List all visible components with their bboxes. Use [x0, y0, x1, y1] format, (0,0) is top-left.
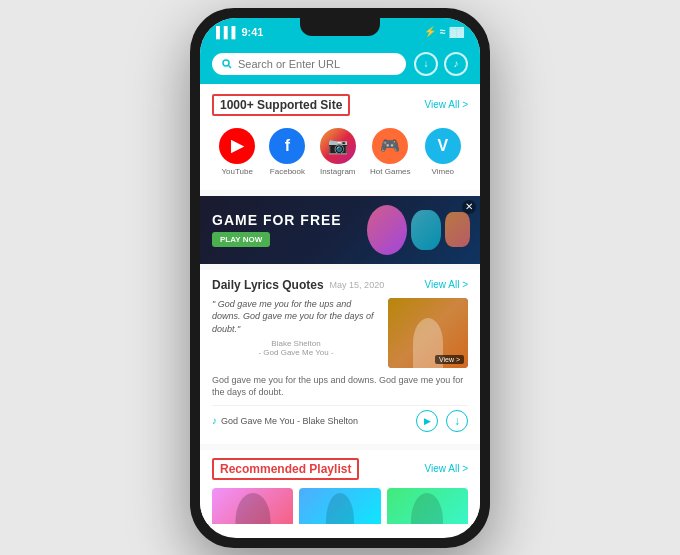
meditation-figure: [235, 493, 270, 524]
lyrics-image: View >: [388, 298, 468, 368]
site-item-vimeo[interactable]: V Vimeo: [425, 128, 461, 176]
lyrics-description: God gave me you for the ups and downs. G…: [212, 374, 468, 399]
youtube-icon: ▶: [219, 128, 255, 164]
supported-view-all[interactable]: View All >: [425, 99, 468, 110]
banner-decoration: [367, 196, 470, 264]
lyrics-view-all[interactable]: View All >: [425, 279, 468, 290]
svg-line-1: [229, 65, 232, 68]
download-icon-btn[interactable]: ↓: [414, 52, 438, 76]
playlist-item-1[interactable]: Classical Meditation: [212, 488, 293, 524]
battery-icon: ▓▓: [449, 26, 464, 37]
bluetooth-icon: ⚡: [424, 26, 436, 37]
time-display: 9:41: [241, 26, 263, 38]
wifi-icon: ≈: [440, 26, 446, 37]
search-input[interactable]: [238, 58, 396, 70]
system-icons: ⚡ ≈ ▓▓: [424, 26, 464, 37]
song-actions: ▶ ↓: [416, 410, 468, 432]
playlist-thumb-1: [212, 488, 293, 524]
search-area: ↓ ♪: [200, 46, 480, 84]
yoga-figure: [326, 493, 354, 524]
instagram-icon: 📷: [320, 128, 356, 164]
music-icon-btn[interactable]: ♪: [444, 52, 468, 76]
supported-header: 1000+ Supported Site View All >: [212, 94, 468, 116]
action-icons: ↓ ♪: [414, 52, 468, 76]
playlist-grid: Classical Meditation Indie Yoga The Happ…: [212, 488, 468, 524]
site-item-facebook[interactable]: f Facebook: [269, 128, 305, 176]
search-box[interactable]: [212, 53, 406, 75]
song-full-title: God Gave Me You - Blake Shelton: [221, 416, 358, 426]
phone-screen: ▌▌▌ 9:41 • • • ⚡ ≈ ▓▓ ↓ ♪: [200, 18, 480, 538]
search-icon: [222, 59, 232, 69]
lyrics-date: May 15, 2020: [330, 280, 385, 290]
vimeo-icon: V: [425, 128, 461, 164]
facebook-icon: f: [269, 128, 305, 164]
playlist-item-2[interactable]: Indie Yoga: [299, 488, 380, 524]
site-item-instagram[interactable]: 📷 Instagram: [320, 128, 356, 176]
svg-point-0: [223, 60, 229, 66]
supported-title: 1000+ Supported Site: [212, 94, 350, 116]
recommended-section: Recommended Playlist View All > Classica…: [200, 450, 480, 524]
deco-shape-1: [367, 205, 407, 255]
play-button[interactable]: ▶: [416, 410, 438, 432]
song-info: ♪ God Gave Me You - Blake Shelton: [212, 415, 358, 426]
instagram-label: Instagram: [320, 167, 356, 176]
playlist-thumb-2: [299, 488, 380, 524]
lyrics-section: Daily Lyrics Quotes May 15, 2020 View Al…: [200, 270, 480, 444]
playlist-item-3[interactable]: The Happiest Pop: [387, 488, 468, 524]
site-item-hotgames[interactable]: 🎮 Hot Games: [370, 128, 410, 176]
site-item-youtube[interactable]: ▶ YouTube: [219, 128, 255, 176]
main-content: 1000+ Supported Site View All > ▶ YouTub…: [200, 84, 480, 524]
hotgames-icon: 🎮: [372, 128, 408, 164]
recommended-title: Recommended Playlist: [212, 458, 359, 480]
signal-area: ▌▌▌ 9:41: [216, 26, 263, 38]
lyrics-section-title: Daily Lyrics Quotes: [212, 278, 324, 292]
phone-frame: ▌▌▌ 9:41 • • • ⚡ ≈ ▓▓ ↓ ♪: [190, 8, 490, 548]
notch: [300, 18, 380, 36]
banner-ad[interactable]: GAME FOR FREE PLAY NOW ✕: [200, 196, 480, 264]
song-row: ♪ God Gave Me You - Blake Shelton ▶ ↓: [212, 405, 468, 436]
hotgames-label: Hot Games: [370, 167, 410, 176]
pop-figure: [411, 493, 443, 524]
lyrics-title-area: Daily Lyrics Quotes May 15, 2020: [212, 278, 384, 292]
deco-shape-3: [445, 212, 470, 247]
view-badge[interactable]: View >: [435, 355, 464, 364]
recommended-view-all[interactable]: View All >: [425, 463, 468, 474]
lyrics-artist: Blake Shelton: [212, 339, 380, 348]
youtube-label: YouTube: [221, 167, 252, 176]
music-note-icon: ♪: [212, 415, 217, 426]
download-button[interactable]: ↓: [446, 410, 468, 432]
site-icons-grid: ▶ YouTube f Facebook 📷 Instagram 🎮 Hot G…: [212, 124, 468, 180]
banner-content: GAME FOR FREE PLAY NOW: [212, 212, 342, 247]
lyrics-quote-text: " God gave me you for the ups and downs.…: [212, 298, 380, 336]
lyrics-text: " God gave me you for the ups and downs.…: [212, 298, 380, 368]
lyrics-song-attr: - God Gave Me You -: [212, 348, 380, 357]
playlist-thumb-3: [387, 488, 468, 524]
supported-sites-section: 1000+ Supported Site View All > ▶ YouTub…: [200, 84, 480, 190]
signal-icon: ▌▌▌: [216, 26, 239, 38]
recommended-header: Recommended Playlist View All >: [212, 458, 468, 480]
facebook-label: Facebook: [270, 167, 305, 176]
lyrics-header: Daily Lyrics Quotes May 15, 2020 View Al…: [212, 278, 468, 292]
play-now-button[interactable]: PLAY NOW: [212, 232, 270, 247]
vimeo-label: Vimeo: [432, 167, 455, 176]
banner-title: GAME FOR FREE: [212, 212, 342, 228]
lyrics-card: " God gave me you for the ups and downs.…: [212, 298, 468, 368]
deco-shape-2: [411, 210, 441, 250]
